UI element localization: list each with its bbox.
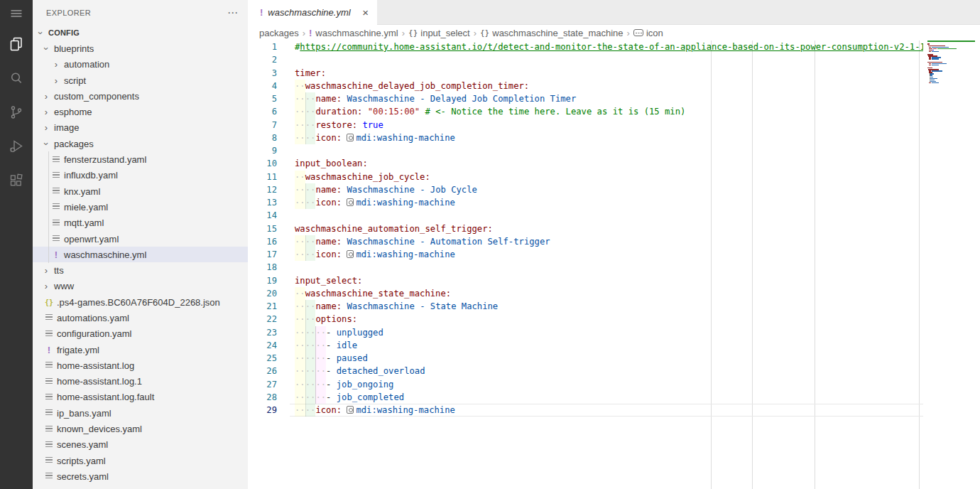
line-number: 16 xyxy=(248,235,277,248)
code-line-21[interactable]: 21····name: Waschmaschine - State Machin… xyxy=(248,300,923,313)
code-line-2[interactable]: 2 xyxy=(248,53,923,66)
tree-item-knx-yaml[interactable]: knx.yaml xyxy=(33,183,248,199)
tree-item-root-config[interactable]: › CONFIG xyxy=(33,25,248,41)
code-line-26[interactable]: 26······- detached_overload xyxy=(248,365,923,377)
washing-machine-inline-icon xyxy=(347,406,354,414)
tree-item-script[interactable]: ›script xyxy=(33,72,248,88)
tree-item-home-assistant-log-1[interactable]: home-assistant.log.1 xyxy=(33,374,248,389)
text-file-icon xyxy=(44,362,54,369)
tree-item-automation[interactable]: ›automation xyxy=(33,57,248,72)
code-line-10[interactable]: 10input_boolean: xyxy=(248,157,923,170)
tree-item-scenes-yaml[interactable]: scenes.yaml xyxy=(33,437,248,453)
tree-item-home-assistant-log[interactable]: home-assistant.log xyxy=(33,358,248,373)
tree-item-fensterzustand-yaml[interactable]: fensterzustand.yaml xyxy=(33,151,248,167)
breadcrumb-item-packages[interactable]: packages xyxy=(259,28,299,38)
code-line-20[interactable]: 20··waschmaschine_state_machine: xyxy=(248,287,923,300)
tree-item-blueprints[interactable]: ›blueprints xyxy=(33,41,248,56)
tree-item-frigate-yml[interactable]: !frigate.yml xyxy=(33,342,248,358)
tree-item-mqtt-yaml[interactable]: mqtt.yaml xyxy=(33,215,248,231)
code-line-12[interactable]: 12····name: Waschmaschine - Job Cycle xyxy=(248,183,923,196)
code-line-3[interactable]: 3timer: xyxy=(248,67,923,80)
tab-waschmaschine-yml[interactable]: ! waschmaschine.yml × xyxy=(248,0,377,25)
minimap[interactable] xyxy=(923,41,980,489)
tree-item-label: packages xyxy=(54,139,94,149)
indent-guide: ·· xyxy=(295,131,305,144)
indent-guide: ·· xyxy=(295,404,305,417)
code-line-13[interactable]: 13····icon: mdi:washing-machine xyxy=(248,196,923,209)
code-line-19[interactable]: 19input_select: xyxy=(248,274,923,287)
code-editor[interactable]: 1#https://community.home-assistant.io/t/… xyxy=(248,41,980,489)
code-line-4[interactable]: 4··waschmaschine_delayed_job_completion_… xyxy=(248,80,923,92)
code-line-16[interactable]: 16····name: Waschmaschine - Automation S… xyxy=(248,235,923,248)
breadcrumb-separator-icon: › xyxy=(627,28,630,38)
token-key: name: xyxy=(315,94,342,104)
code-line-23[interactable]: 23······- unplugged xyxy=(248,326,923,339)
code-line-1[interactable]: 1#https://community.home-assistant.io/t/… xyxy=(248,41,923,53)
code-line-14[interactable]: 14 xyxy=(248,209,923,222)
indent-guide: ·· xyxy=(315,378,326,391)
token-sp xyxy=(362,107,367,117)
tree-item-waschmaschine-yml[interactable]: !waschmaschine.yml xyxy=(33,247,248,262)
yaml-file-icon: ! xyxy=(260,7,263,18)
chevron-right-icon: › xyxy=(41,91,51,102)
tree-item-www[interactable]: ›www xyxy=(33,279,248,294)
code-line-8[interactable]: 8····icon: mdi:washing-machine xyxy=(248,131,923,144)
tree-item-packages[interactable]: ›packages xyxy=(33,136,248,151)
token-key: waschmaschine_state_machine: xyxy=(305,289,451,299)
minimap-content xyxy=(923,41,980,84)
code-line-17[interactable]: 17····icon: mdi:washing-machine xyxy=(248,248,923,261)
code-line-29[interactable]: 29····icon: mdi:washing-machine xyxy=(248,404,923,417)
tree-item-esphome[interactable]: ›esphome xyxy=(33,104,248,119)
breadcrumb-item-icon[interactable]: icon xyxy=(633,28,663,38)
indent-guide: ·· xyxy=(295,287,305,300)
breadcrumb-label: waschmaschine_state_machine xyxy=(492,28,623,38)
tree-item-tts[interactable]: ›tts xyxy=(33,262,248,278)
run-debug-view-button[interactable] xyxy=(0,129,33,163)
close-tab-icon[interactable]: × xyxy=(361,6,370,18)
token-key: waschmaschine_delayed_job_completion_tim… xyxy=(305,81,530,91)
code-line-5[interactable]: 5····name: Waschmaschine - Delayed Job C… xyxy=(248,92,923,105)
token-sp xyxy=(342,405,347,415)
extensions-view-button[interactable] xyxy=(0,163,33,198)
tree-item--ps4-games-bc60a76f604d-2268-json[interactable]: {}.ps4-games.BC60A76F604D_2268.json xyxy=(33,294,248,310)
token-val: Waschmaschine - Job Cycle xyxy=(347,185,477,195)
tree-item-openwrt-yaml[interactable]: openwrt.yaml xyxy=(33,231,248,247)
line-content: ····icon: mdi:washing-machine xyxy=(295,404,455,417)
tree-item-ip-bans-yaml[interactable]: ip_bans.yaml xyxy=(33,405,248,421)
code-line-18[interactable]: 18 xyxy=(248,261,923,274)
token-val: job_completed xyxy=(337,392,404,402)
tree-item-image[interactable]: ›image xyxy=(33,120,248,136)
tree-item-secrets-yaml[interactable]: secrets.yaml xyxy=(33,468,248,484)
code-line-11[interactable]: 11··waschmaschine_job_cycle: xyxy=(248,171,923,183)
indent-guide: ·· xyxy=(305,119,316,131)
menu-button[interactable] xyxy=(0,0,33,27)
tree-item-automations-yaml[interactable]: automations.yaml xyxy=(33,310,248,326)
tree-item-miele-yaml[interactable]: miele.yaml xyxy=(33,199,248,215)
tree-item-influxdb-yaml[interactable]: influxdb.yaml xyxy=(33,168,248,183)
tree-item-configuration-yaml[interactable]: configuration.yaml xyxy=(33,326,248,342)
breadcrumb-item-waschmaschine-state-machine[interactable]: {}waschmaschine_state_machine xyxy=(480,28,624,38)
tree-item-custom-components[interactable]: ›custom_components xyxy=(33,88,248,104)
code-line-7[interactable]: 7····restore: true xyxy=(248,119,923,131)
sidebar-more-actions-button[interactable]: ⋯ xyxy=(227,9,238,16)
tree-item-scripts-yaml[interactable]: scripts.yaml xyxy=(33,453,248,468)
source-control-view-button[interactable] xyxy=(0,95,33,129)
tree-item-label: scripts.yaml xyxy=(57,456,106,466)
code-line-27[interactable]: 27······- job_ongoing xyxy=(248,378,923,391)
code-line-25[interactable]: 25······- paused xyxy=(248,352,923,365)
indent-guide: ·· xyxy=(295,248,305,261)
code-line-28[interactable]: 28······- job_completed xyxy=(248,391,923,404)
code-line-15[interactable]: 15waschmaschine_automation_self_trigger: xyxy=(248,222,923,235)
tree-item-label: home-assistant.log.fault xyxy=(57,392,154,402)
explorer-view-button[interactable] xyxy=(0,27,33,61)
breadcrumb-item-input-select[interactable]: {}input_select xyxy=(408,28,470,38)
tree-item-label: script xyxy=(64,75,86,86)
tree-item-home-assistant-log-fault[interactable]: home-assistant.log.fault xyxy=(33,389,248,405)
search-view-button[interactable] xyxy=(0,61,33,95)
code-line-6[interactable]: 6····duration: "00:15:00" # <- Notice th… xyxy=(248,105,923,118)
breadcrumb-item-waschmaschine-yml[interactable]: !waschmaschine.yml xyxy=(309,28,398,38)
code-line-22[interactable]: 22····options: xyxy=(248,313,923,326)
tree-item-known-devices-yaml[interactable]: known_devices.yaml xyxy=(33,421,248,436)
code-line-9[interactable]: 9 xyxy=(248,144,923,157)
code-line-24[interactable]: 24······- idle xyxy=(248,339,923,352)
